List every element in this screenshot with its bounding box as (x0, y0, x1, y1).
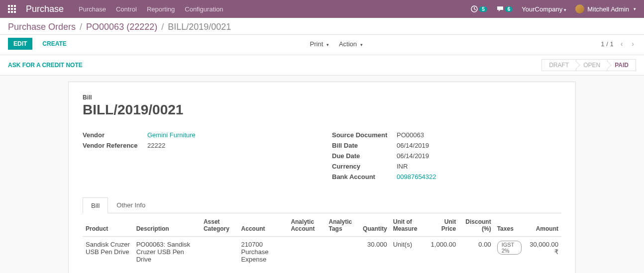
company-name: YourCompany (522, 5, 562, 13)
bank-label: Bank Account (332, 173, 397, 181)
toolbar: EDIT CREATE Print ▾ Action ▾ 1 / 1 ‹ › (0, 35, 644, 55)
cell-unit-price: 1,000.00 (427, 237, 459, 268)
app-brand: Purchase (26, 4, 64, 14)
col-analytic-account: Analytic Account (288, 213, 325, 237)
company-selector[interactable]: YourCompany▾ (522, 5, 566, 13)
nav-purchase[interactable]: Purchase (79, 5, 106, 13)
create-button[interactable]: CREATE (37, 38, 71, 49)
source-label: Source Document (332, 131, 397, 139)
caret-icon: ▾ (360, 42, 363, 47)
col-discount: Discount (%) (459, 213, 494, 237)
clock-icon (470, 5, 478, 13)
top-nav: Purchase Control Reporting Configuration (79, 5, 470, 13)
ask-credit-note-button[interactable]: ASK FOR A CREDIT NOTE (8, 62, 83, 69)
col-taxes: Taxes (494, 213, 525, 237)
col-amount: Amount (525, 213, 561, 237)
print-dropdown[interactable]: Print ▾ (310, 40, 329, 48)
cell-amount: 30,000.00 ₹ (525, 237, 561, 268)
cell-uom: Unit(s) (390, 237, 427, 268)
breadcrumb-root[interactable]: Purchase Orders (8, 22, 76, 32)
col-analytic-tags: Analytic Tags (325, 213, 360, 237)
pager-prev[interactable]: ‹ (619, 39, 625, 49)
topbar: Purchase Purchase Control Reporting Conf… (0, 0, 644, 18)
vendor-label: Vendor (83, 131, 147, 139)
edit-button[interactable]: EDIT (8, 38, 32, 50)
breadcrumb-current: BILL/2019/0021 (168, 22, 231, 32)
cell-taxes: IGST 2% (494, 237, 525, 268)
cell-product: Sandisk Cruzer USB Pen Drive (83, 237, 133, 268)
bill-date-value: 06/14/2019 (397, 142, 429, 149)
toolbar-center: Print ▾ Action ▾ (72, 40, 601, 48)
form-col-right: Source Document PO00063 Bill Date 06/14/… (332, 130, 561, 182)
avatar (575, 4, 584, 13)
statusbar: ASK FOR A CREDIT NOTE DRAFT OPEN PAID (0, 55, 644, 76)
col-account: Account (238, 213, 288, 237)
currency-value: INR (397, 163, 408, 170)
currency-label: Currency (332, 163, 397, 170)
cell-description: PO00063: Sandisk Cruzer USB Pen Drive (133, 237, 201, 268)
cell-account: 210700 Purchase Expense (238, 237, 288, 268)
discuss-badge: 6 (505, 6, 513, 12)
status-draft[interactable]: DRAFT (541, 59, 576, 71)
cell-asset (201, 237, 238, 268)
tab-other-info[interactable]: Other Info (108, 197, 154, 213)
breadcrumb-row: Purchase Orders / PO00063 (22222) / BILL… (0, 18, 644, 35)
topbar-right: 5 6 YourCompany▾ Mitchell Admin▾ (470, 4, 636, 13)
source-value: PO00063 (397, 131, 424, 139)
nav-control[interactable]: Control (116, 5, 137, 13)
col-asset: Asset Category (201, 213, 238, 237)
bank-link[interactable]: 00987654322 (397, 173, 436, 181)
user-menu[interactable]: Mitchell Admin▾ (575, 4, 636, 13)
caret-icon: ▾ (634, 6, 636, 11)
nav-reporting[interactable]: Reporting (147, 5, 175, 13)
nav-configuration[interactable]: Configuration (185, 5, 223, 13)
action-label: Action (339, 40, 357, 48)
bill-date-label: Bill Date (332, 142, 397, 149)
pager-count: 1 / 1 (601, 40, 613, 48)
status-open[interactable]: OPEN (576, 59, 608, 71)
form-col-left: Vendor Gemini Furniture Vendor Reference… (83, 130, 312, 182)
tabs: Bill Other Info (83, 197, 561, 213)
col-unit-price: Unit Price (427, 213, 459, 237)
activities-icon[interactable]: 5 (470, 5, 487, 13)
pager-next[interactable]: › (630, 39, 636, 49)
breadcrumb-sep: / (161, 22, 164, 32)
due-date-value: 06/14/2019 (397, 152, 429, 160)
cell-discount: 0.00 (459, 237, 494, 268)
caret-icon: ▾ (564, 7, 566, 12)
action-dropdown[interactable]: Action ▾ (339, 40, 363, 48)
status-paid[interactable]: PAID (608, 59, 636, 71)
bill-label: Bill (83, 94, 561, 101)
bill-lines-table: Product Description Asset Category Accou… (83, 213, 561, 267)
status-steps: DRAFT OPEN PAID (541, 59, 636, 71)
caret-icon: ▾ (326, 42, 329, 47)
vendor-link[interactable]: Gemini Furniture (147, 131, 196, 139)
pager: 1 / 1 ‹ › (601, 39, 636, 49)
col-product: Product (83, 213, 133, 237)
breadcrumb-po[interactable]: PO00063 (22222) (86, 22, 157, 32)
cell-quantity: 30.000 (360, 237, 390, 268)
vendor-ref-label: Vendor Reference (83, 142, 147, 149)
col-description: Description (133, 213, 201, 237)
discuss-icon[interactable]: 6 (496, 5, 513, 13)
vendor-ref-value: 22222 (147, 142, 165, 149)
bill-number: BILL/2019/0021 (83, 102, 561, 118)
cell-analytic-tags (325, 237, 360, 268)
cell-analytic-account (288, 237, 325, 268)
chat-icon (496, 5, 504, 13)
form-sheet: Bill BILL/2019/0021 Vendor Gemini Furnit… (68, 82, 576, 273)
print-label: Print (310, 40, 323, 48)
col-quantity: Quantity (360, 213, 390, 237)
table-row[interactable]: Sandisk Cruzer USB Pen Drive PO00063: Sa… (83, 237, 561, 268)
activities-badge: 5 (479, 6, 487, 12)
breadcrumb-sep: / (80, 22, 82, 32)
tax-badge: IGST 2% (497, 241, 522, 255)
user-name: Mitchell Admin (587, 5, 629, 13)
form-grid: Vendor Gemini Furniture Vendor Reference… (83, 130, 561, 182)
breadcrumb: Purchase Orders / PO00063 (22222) / BILL… (8, 22, 636, 32)
col-uom: Unit of Measure (390, 213, 427, 237)
apps-icon[interactable] (8, 5, 16, 13)
tab-bill[interactable]: Bill (83, 197, 108, 213)
due-date-label: Due Date (332, 152, 397, 160)
